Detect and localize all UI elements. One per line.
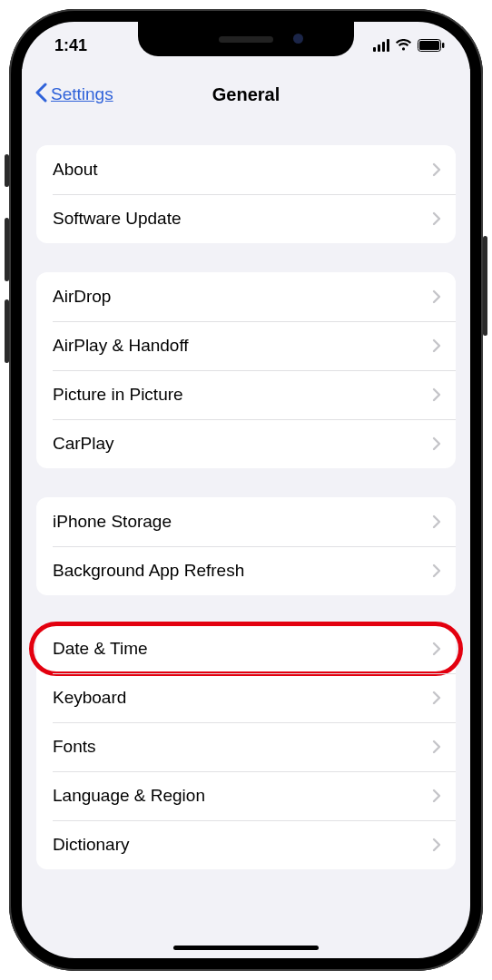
back-label: Settings (51, 84, 113, 104)
battery-icon (418, 39, 445, 52)
chevron-right-icon (432, 789, 441, 803)
page-title: General (212, 84, 280, 105)
chevron-right-icon (432, 338, 441, 353)
chevron-right-icon (432, 838, 441, 852)
settings-row-label: Picture in Picture (53, 385, 183, 405)
settings-row-date-time[interactable]: Date & Time (36, 624, 456, 673)
settings-row-keyboard[interactable]: Keyboard (36, 673, 456, 722)
svg-rect-1 (419, 41, 439, 50)
settings-row-label: CarPlay (53, 434, 114, 454)
settings-row-label: Software Update (53, 209, 182, 229)
chevron-right-icon (432, 387, 441, 402)
settings-row-dictionary[interactable]: Dictionary (36, 820, 456, 869)
settings-row-label: iPhone Storage (53, 512, 172, 532)
wifi-icon (395, 39, 412, 52)
settings-row-fonts[interactable]: Fonts (36, 722, 456, 771)
settings-row-airdrop[interactable]: AirDrop (36, 272, 456, 321)
notch (138, 22, 354, 56)
settings-row-label: Background App Refresh (53, 561, 244, 581)
settings-group: Date & TimeKeyboardFontsLanguage & Regio… (36, 624, 456, 869)
chevron-right-icon (432, 740, 441, 754)
settings-row-picture-in-picture[interactable]: Picture in Picture (36, 370, 456, 419)
chevron-right-icon (432, 691, 441, 705)
settings-row-software-update[interactable]: Software Update (36, 194, 456, 243)
nav-bar: Settings General (22, 69, 470, 120)
settings-row-label: Date & Time (53, 639, 148, 659)
settings-group: AboutSoftware Update (36, 145, 456, 243)
chevron-right-icon (432, 162, 441, 177)
chevron-right-icon (432, 564, 441, 578)
settings-row-language-region[interactable]: Language & Region (36, 771, 456, 820)
settings-group: iPhone StorageBackground App Refresh (36, 497, 456, 595)
settings-row-label: Dictionary (53, 835, 129, 855)
power-button (483, 236, 487, 336)
chevron-right-icon (432, 436, 441, 451)
screen: 1:41 Settings General AboutSoftware Upda… (22, 22, 470, 958)
chevron-left-icon (34, 83, 47, 107)
back-button[interactable]: Settings (34, 69, 113, 120)
speaker-grille (219, 36, 273, 43)
settings-list[interactable]: AboutSoftware UpdateAirDropAirPlay & Han… (22, 120, 470, 958)
settings-row-label: AirDrop (53, 287, 111, 307)
chevron-right-icon (432, 289, 441, 304)
settings-group: AirDropAirPlay & HandoffPicture in Pictu… (36, 272, 456, 468)
svg-rect-2 (442, 43, 444, 48)
cellular-signal-icon (373, 39, 389, 52)
chevron-right-icon (432, 642, 441, 656)
chevron-right-icon (432, 211, 441, 226)
settings-row-label: Keyboard (53, 688, 126, 708)
settings-row-label: About (53, 160, 98, 180)
settings-row-iphone-storage[interactable]: iPhone Storage (36, 497, 456, 546)
status-time: 1:41 (54, 36, 87, 55)
volume-down-button (5, 299, 9, 363)
volume-up-button (5, 218, 9, 281)
settings-row-label: Language & Region (53, 786, 205, 806)
settings-row-background-app-refresh[interactable]: Background App Refresh (36, 546, 456, 595)
settings-row-carplay[interactable]: CarPlay (36, 419, 456, 468)
chevron-right-icon (432, 514, 441, 529)
front-camera (293, 34, 303, 44)
settings-row-about[interactable]: About (36, 145, 456, 194)
phone-frame: 1:41 Settings General AboutSoftware Upda… (9, 9, 483, 971)
settings-row-label: AirPlay & Handoff (53, 336, 189, 356)
mute-switch (5, 154, 9, 187)
settings-row-label: Fonts (53, 737, 96, 757)
home-indicator[interactable] (173, 946, 319, 950)
settings-row-airplay-handoff[interactable]: AirPlay & Handoff (36, 321, 456, 370)
